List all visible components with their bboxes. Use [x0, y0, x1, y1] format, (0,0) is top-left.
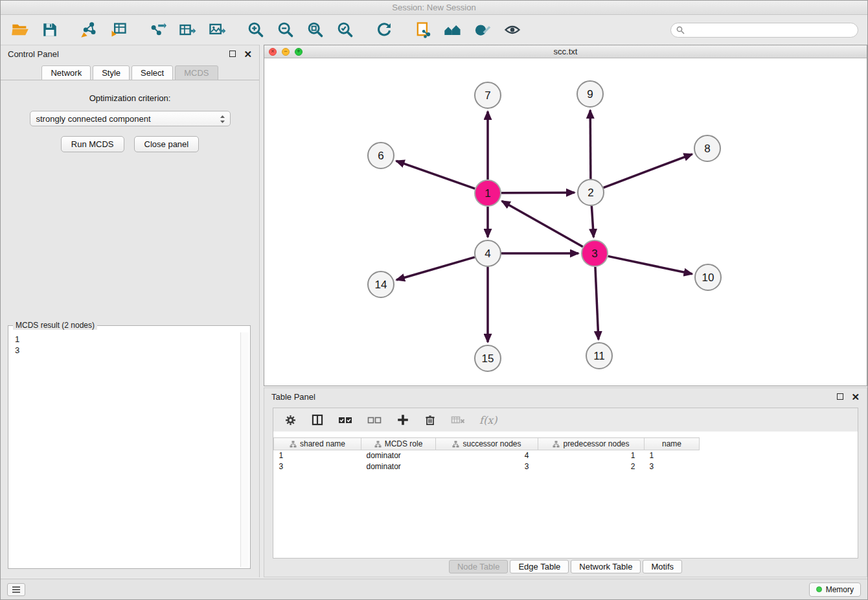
tab-motifs[interactable]: Motifs [643, 560, 682, 573]
close-window-button[interactable]: × [269, 48, 277, 56]
home-icon [443, 21, 463, 39]
svg-text:4: 4 [485, 248, 490, 260]
column-header-mcds-role[interactable]: MCDS role [361, 438, 436, 450]
tab-node-table[interactable]: Node Table [449, 560, 508, 573]
maximize-window-button[interactable]: + [295, 48, 303, 56]
mcds-result-item[interactable]: 1 [15, 334, 244, 345]
graph-edge-1-6[interactable] [396, 161, 475, 189]
column-header-name[interactable]: name [645, 438, 700, 450]
deselect-all-button[interactable] [367, 413, 382, 426]
graph-node-1[interactable]: 1 [475, 180, 501, 206]
cell-name[interactable]: 3 [645, 461, 700, 472]
show-panels-button[interactable] [7, 583, 25, 596]
cell-shared-name[interactable]: 3 [274, 461, 361, 472]
table-row[interactable]: 3 dominator 3 2 3 [274, 461, 700, 472]
tab-network-table[interactable]: Network Table [571, 560, 641, 573]
graph-edge-1-2[interactable] [501, 192, 575, 193]
refresh-view-button[interactable] [374, 19, 394, 40]
zoom-fit-button[interactable] [305, 19, 326, 40]
column-header-successor-nodes[interactable]: successor nodes [436, 438, 538, 450]
graph-node-10[interactable]: 10 [695, 264, 721, 290]
function-builder-button[interactable]: f(x) [479, 414, 497, 426]
reset-view-button[interactable] [442, 19, 463, 40]
network-graph[interactable]: 7968124314101511 [264, 58, 867, 385]
network-canvas[interactable]: 7968124314101511 [264, 58, 867, 385]
graph-edge-3-1[interactable] [502, 201, 583, 246]
zoom-out-button[interactable] [275, 19, 296, 40]
cell-name[interactable]: 1 [645, 450, 700, 461]
graph-node-2[interactable]: 2 [578, 179, 604, 205]
save-session-button[interactable] [40, 19, 60, 40]
cell-successor-nodes[interactable]: 3 [436, 461, 538, 472]
cell-mcds-role[interactable]: dominator [361, 450, 436, 461]
zoom-selected-button[interactable] [335, 19, 356, 40]
delete-rows-button[interactable] [424, 413, 437, 427]
graph-edge-4-14[interactable] [396, 257, 475, 280]
column-header-shared-name[interactable]: shared name [274, 438, 361, 450]
show-columns-button[interactable] [311, 413, 324, 426]
graph-edge-2-8[interactable] [604, 154, 692, 188]
mcds-result-item[interactable]: 3 [15, 345, 244, 356]
network-window-titlebar[interactable]: × − + scc.txt [264, 45, 867, 58]
import-network-button[interactable] [78, 19, 99, 40]
graph-edge-3-11[interactable] [595, 267, 599, 340]
run-mcds-button[interactable]: Run MCDS [61, 136, 124, 152]
graph-node-9[interactable]: 9 [577, 81, 603, 107]
tab-style[interactable]: Style [93, 65, 130, 80]
tab-network[interactable]: Network [41, 65, 91, 80]
graph-node-8[interactable]: 8 [694, 135, 720, 161]
show-graphics-details-button[interactable] [502, 19, 523, 40]
graph-edge-2-3[interactable] [591, 206, 593, 237]
network-view-window: × − + scc.txt 7968124314101511 [264, 45, 867, 386]
svg-text:8: 8 [704, 143, 710, 155]
close-panel-button[interactable]: Close panel [134, 136, 200, 152]
select-all-button[interactable] [337, 413, 353, 426]
graph-node-11[interactable]: 11 [586, 343, 612, 369]
import-table-button[interactable] [108, 19, 129, 40]
zoom-in-button[interactable] [246, 19, 266, 40]
export-table-button[interactable] [177, 19, 198, 40]
export-image-button[interactable] [207, 19, 227, 40]
apply-style-button[interactable] [472, 19, 493, 40]
column-type-icon [452, 441, 459, 448]
open-session-button[interactable] [10, 19, 30, 40]
graph-node-15[interactable]: 15 [475, 345, 501, 371]
float-panel-icon[interactable] [229, 51, 236, 57]
graph-node-4[interactable]: 4 [475, 240, 501, 266]
cell-mcds-role[interactable]: dominator [361, 461, 436, 472]
graph-node-3[interactable]: 3 [582, 240, 608, 266]
tab-edge-table[interactable]: Edge Table [510, 560, 569, 573]
search-input[interactable] [670, 23, 858, 38]
float-table-panel-icon[interactable] [837, 393, 843, 400]
close-table-panel-icon[interactable]: ✕ [851, 392, 860, 402]
svg-text:6: 6 [378, 150, 383, 162]
export-network-icon [148, 21, 166, 39]
graph-edge-2-9[interactable] [590, 110, 591, 179]
cell-shared-name[interactable]: 1 [274, 450, 361, 461]
delete-columns-button[interactable] [450, 413, 466, 426]
graph-node-14[interactable]: 14 [368, 271, 394, 297]
graph-node-7[interactable]: 7 [475, 82, 501, 108]
graph-node-6[interactable]: 6 [368, 143, 394, 168]
export-network-button[interactable] [147, 19, 168, 40]
cell-predecessor-nodes[interactable]: 2 [538, 461, 645, 472]
column-header-predecessor-nodes[interactable]: predecessor nodes [538, 438, 645, 450]
result-scrollbar[interactable] [240, 332, 249, 567]
cell-predecessor-nodes[interactable]: 1 [538, 450, 645, 461]
tab-mcds[interactable]: MCDS [175, 65, 218, 80]
criterion-selected-value: strongly connected component [36, 114, 151, 124]
minimize-window-button[interactable]: − [282, 48, 290, 56]
clone-network-button[interactable] [413, 19, 433, 40]
window-titlebar: Session: New Session [1, 1, 867, 15]
svg-text:15: 15 [482, 352, 494, 365]
table-settings-button[interactable] [284, 413, 297, 427]
memory-button[interactable]: Memory [809, 583, 861, 597]
close-panel-icon[interactable]: ✕ [244, 49, 252, 59]
graph-edge-3-10[interactable] [608, 256, 692, 273]
table-row[interactable]: 1 dominator 4 1 1 [274, 450, 700, 461]
criterion-select[interactable]: strongly connected component [30, 111, 231, 126]
add-row-button[interactable] [396, 413, 410, 427]
cell-successor-nodes[interactable]: 4 [436, 450, 538, 461]
tab-select[interactable]: Select [131, 65, 173, 80]
node-table-area[interactable]: shared name MCDS role successor nodes pr… [273, 432, 858, 558]
